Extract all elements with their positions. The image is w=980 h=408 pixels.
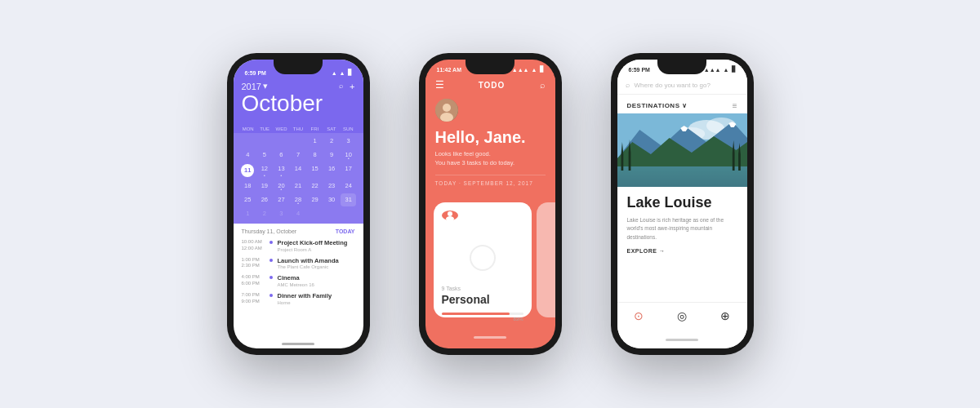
cal-cell[interactable]: 15 — [307, 162, 323, 179]
day-label: SAT — [323, 126, 340, 131]
event-item[interactable]: 4:00 PM6:00 PM Cinema AMC Metreon 16 — [242, 274, 355, 287]
event-location: Home — [278, 300, 332, 305]
cal-cell[interactable]: 6 — [274, 149, 290, 162]
cal-cell-today[interactable]: 11 — [240, 162, 256, 179]
cal-cell[interactable] — [240, 135, 256, 148]
cal-cell[interactable]: 10 — [341, 149, 357, 162]
destinations-header: DESTINATIONS ∨ ≡ — [617, 95, 747, 113]
todo-card-personal[interactable]: 9 Tasks Personal 83% — [434, 202, 532, 318]
notch — [466, 60, 514, 74]
cal-cell[interactable] — [274, 135, 290, 148]
compass-icon[interactable]: ⊙ — [634, 309, 644, 322]
cal-cell[interactable]: 26 — [256, 193, 273, 206]
card-name: Personal — [442, 293, 523, 306]
wifi-icon: ▲ — [340, 70, 345, 76]
cal-cell[interactable]: 1 — [307, 135, 323, 148]
event-indicator — [270, 241, 273, 244]
event-title: Cinema — [278, 274, 314, 282]
progress-bar — [442, 313, 523, 315]
event-list: Thursday 11, October TODAY 10:00 AM12:00… — [234, 224, 363, 315]
event-indicator — [270, 294, 273, 297]
event-item[interactable]: 10:00 AM12:00 AM Project Kick-off Meetin… — [242, 239, 355, 252]
wifi-icon: ▲ — [532, 67, 537, 73]
event-details: Launch with Amanda The Plant Cafe Organi… — [278, 257, 339, 270]
time: 11:42 AM — [437, 67, 461, 73]
cal-cell[interactable]: 7 — [290, 149, 306, 162]
cal-cell[interactable]: 4 — [240, 149, 256, 162]
cal-cell[interactable]: 19 — [256, 180, 273, 193]
cal-cell[interactable]: 3 — [341, 135, 357, 148]
cal-cell[interactable]: 20 — [274, 180, 290, 193]
cal-cell[interactable]: 30 — [323, 193, 340, 206]
event-time: 10:00 AM12:00 AM — [242, 239, 265, 252]
notch — [274, 60, 323, 74]
cal-cell[interactable]: 28 — [290, 193, 306, 206]
place-description: Lake Louise is rich heritage as one of t… — [627, 216, 737, 242]
day-label: FRI — [306, 126, 323, 131]
event-location: The Plant Cafe Organic — [278, 264, 339, 269]
menu-icon[interactable]: ≡ — [733, 101, 737, 110]
search-bar[interactable]: ⌕ Where do you want to go? — [617, 76, 747, 95]
cal-cell[interactable]: 5 — [256, 149, 273, 162]
phone-travel: 6:59 PM ▲▲▲ ▲ ▊ ⌕ Where do you want to g… — [611, 53, 754, 355]
cal-cell[interactable]: 9 — [323, 149, 340, 162]
cal-cell[interactable] — [256, 135, 273, 148]
signal-icon: ▲▲▲ — [512, 67, 529, 73]
list-date: Thursday 11, October — [242, 228, 297, 234]
card-user-icon — [442, 211, 458, 220]
cal-cell[interactable]: 2 — [256, 207, 273, 220]
day-label: SUN — [340, 126, 356, 131]
search-icon[interactable]: ⌕ — [540, 80, 546, 90]
event-details: Project Kick-off Meeting Project Room A — [278, 239, 348, 252]
event-title: Dinner with Family — [278, 292, 332, 300]
cal-cell[interactable]: 31 — [341, 193, 357, 206]
search-input[interactable]: Where do you want to go? — [635, 82, 739, 89]
search-icon[interactable]: ⌕ — [339, 82, 343, 91]
cal-cell[interactable]: 25 — [240, 193, 256, 206]
cal-cell[interactable]: 22 — [307, 180, 323, 193]
event-item[interactable]: 7:00 PM9:00 PM Dinner with Family Home — [242, 292, 355, 305]
notch — [657, 60, 706, 74]
app-title: TODO — [444, 81, 540, 90]
cal-cell[interactable]: 1 — [240, 207, 256, 220]
greeting: Hello, Jane. — [435, 128, 546, 146]
cal-cell[interactable]: 14 — [290, 162, 306, 179]
cal-cell[interactable] — [341, 207, 357, 220]
cal-cell[interactable]: 21 — [290, 180, 306, 193]
event-indicator — [270, 276, 273, 279]
cal-cell[interactable]: 27 — [274, 193, 290, 206]
svg-rect-18 — [732, 153, 734, 171]
event-location: AMC Metreon 16 — [278, 282, 314, 287]
add-icon[interactable]: + — [350, 82, 354, 91]
cal-cell[interactable] — [307, 207, 323, 220]
menu-icon[interactable]: ☰ — [435, 79, 444, 91]
event-details: Cinema AMC Metreon 16 — [278, 274, 314, 287]
bottom-navigation: ⊙ ◎ ⊕ — [617, 302, 747, 327]
cal-cell[interactable]: 23 — [323, 180, 340, 193]
location-icon[interactable]: ◎ — [677, 309, 687, 322]
time: 6:59 PM — [245, 70, 266, 76]
cal-cell[interactable] — [323, 207, 340, 220]
cal-cell[interactable]: 3 — [274, 207, 290, 220]
profile-icon[interactable]: ⊕ — [720, 309, 730, 322]
cal-cell[interactable]: 17 — [341, 162, 357, 179]
todo-card-next[interactable] — [537, 202, 555, 318]
cal-cell[interactable]: 24 — [341, 180, 357, 193]
progress-circle — [470, 245, 496, 271]
cal-cell[interactable]: 4 — [290, 207, 306, 220]
cal-cell[interactable]: 12 — [256, 162, 273, 179]
cal-cell[interactable] — [290, 135, 306, 148]
cal-cell[interactable]: 18 — [240, 180, 256, 193]
cal-cell[interactable]: 29 — [307, 193, 323, 206]
event-item[interactable]: 1:00 PM2:30 PM Launch with Amanda The Pl… — [242, 257, 355, 270]
tasks-count: 9 Tasks — [442, 286, 523, 291]
explore-link[interactable]: EXPLORE → — [627, 248, 737, 254]
cal-cell[interactable]: 2 — [323, 135, 340, 148]
progress-label: 83% — [442, 317, 523, 322]
cal-cell[interactable]: 13 — [274, 162, 290, 179]
user-avatar — [435, 99, 458, 122]
status-icons: ▲▲▲ ▲ ▊ — [512, 66, 544, 73]
cal-cell[interactable]: 8 — [307, 149, 323, 162]
destination-image — [617, 113, 747, 187]
cal-cell[interactable]: 16 — [323, 162, 340, 179]
